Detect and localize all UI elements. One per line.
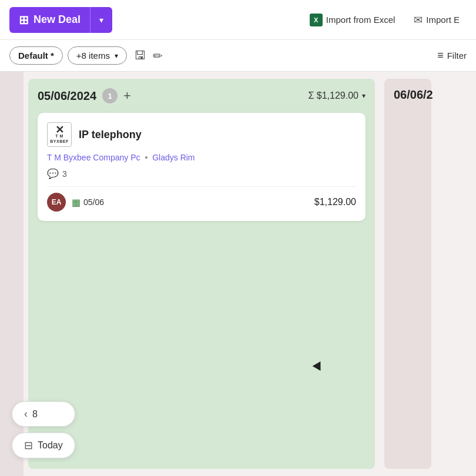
deal-date: 05/06 — [83, 197, 104, 207]
column-sum[interactable]: Σ $1,129.00 ▾ — [308, 90, 366, 101]
column-header: 05/06/2024 1 + Σ $1,129.00 ▾ — [38, 88, 366, 103]
today-button-label: Today — [38, 440, 63, 451]
default-view-button[interactable]: Default * — [9, 46, 63, 65]
chevron-down-icon: ▾ — [99, 15, 103, 25]
separator: • — [145, 153, 148, 162]
today-button[interactable]: ⊟ Today — [12, 433, 75, 458]
card-date: ▦ 05/06 — [72, 197, 104, 208]
import-excel-button[interactable]: X Import from Excel — [303, 10, 403, 30]
filter-button[interactable]: ≡ Filter — [437, 49, 467, 62]
items-button[interactable]: +8 items ▾ — [68, 46, 127, 65]
new-deal-button-group: ⊞ New Deal ▾ — [9, 7, 112, 33]
chevron-down-icon: ▾ — [115, 52, 118, 60]
deal-card-0[interactable]: ✕ T M BYXBEF IP telephony T M Byxbee Com… — [38, 113, 366, 221]
avatar-initials: EA — [52, 198, 62, 206]
import-excel-label: Import from Excel — [326, 15, 395, 25]
calendar-icon: ▦ — [72, 197, 81, 208]
import-email-button[interactable]: ✉ Import E — [407, 10, 467, 30]
sum-label: Σ $1,129.00 — [308, 90, 358, 101]
kanban-column-0: 05/06/2024 1 + Σ $1,129.00 ▾ ✕ T M BYXBE… — [28, 79, 375, 469]
excel-icon: X — [310, 14, 323, 26]
chevron-down-icon: ▾ — [362, 92, 366, 100]
deal-title: IP telephony — [79, 129, 142, 141]
card-companies: T M Byxbee Company Pc • Gladys Rim — [47, 153, 356, 162]
new-deal-icon: ⊞ — [19, 13, 29, 27]
new-deal-dropdown-button[interactable]: ▾ — [90, 7, 112, 33]
deal-amount: $1,129.00 — [314, 197, 356, 207]
filter-label: Filter — [447, 51, 467, 61]
company-link-2[interactable]: Gladys Rim — [152, 153, 195, 162]
chevron-left-icon: ‹ — [24, 408, 28, 420]
floating-buttons: ‹ 8 ⊟ Today — [12, 401, 75, 458]
card-bottom: EA ▦ 05/06 $1,129.00 — [47, 193, 356, 212]
save-icon: 🖫 — [134, 49, 146, 62]
notes-icon: 💬 — [47, 168, 59, 179]
edit-button[interactable]: ✏ — [153, 49, 163, 63]
back-button-label: 8 — [32, 409, 38, 420]
card-notes: 💬 3 — [47, 168, 356, 179]
logo-text: T M BYXBEF — [48, 134, 71, 144]
kanban-column-right-partial: 06/06/2 — [384, 79, 431, 469]
import-email-label: Import E — [426, 15, 460, 25]
items-label: +8 items — [76, 51, 110, 61]
email-icon: ✉ — [414, 14, 423, 26]
back-button[interactable]: ‹ 8 — [12, 401, 75, 427]
filter-icon: ≡ — [437, 49, 444, 62]
calendar-today-icon: ⊟ — [24, 439, 33, 452]
card-divider — [47, 186, 356, 187]
main-toolbar: ⊞ New Deal ▾ X Import from Excel ✉ Impor… — [0, 0, 476, 40]
secondary-toolbar: Default * +8 items ▾ 🖫 ✏ ≡ Filter — [0, 40, 476, 72]
new-deal-label: New Deal — [33, 14, 81, 26]
pencil-icon: ✏ — [153, 49, 163, 63]
notes-count: 3 — [62, 169, 67, 179]
toolbar-icon-group: 🖫 ✏ — [134, 49, 163, 63]
company-logo: ✕ T M BYXBEF — [47, 122, 72, 147]
card-top: ✕ T M BYXBEF IP telephony — [47, 122, 356, 147]
avatar: EA — [47, 193, 66, 212]
add-deal-button[interactable]: + — [123, 89, 131, 102]
right-column-date: 06/06/2 — [394, 88, 433, 101]
default-view-label: Default * — [18, 51, 54, 61]
column-count: 1 — [102, 88, 118, 103]
company-link-1[interactable]: T M Byxbee Company Pc — [47, 153, 140, 162]
new-deal-button[interactable]: ⊞ New Deal — [9, 7, 90, 33]
column-date: 05/06/2024 — [38, 89, 96, 103]
save-button[interactable]: 🖫 — [134, 49, 146, 62]
